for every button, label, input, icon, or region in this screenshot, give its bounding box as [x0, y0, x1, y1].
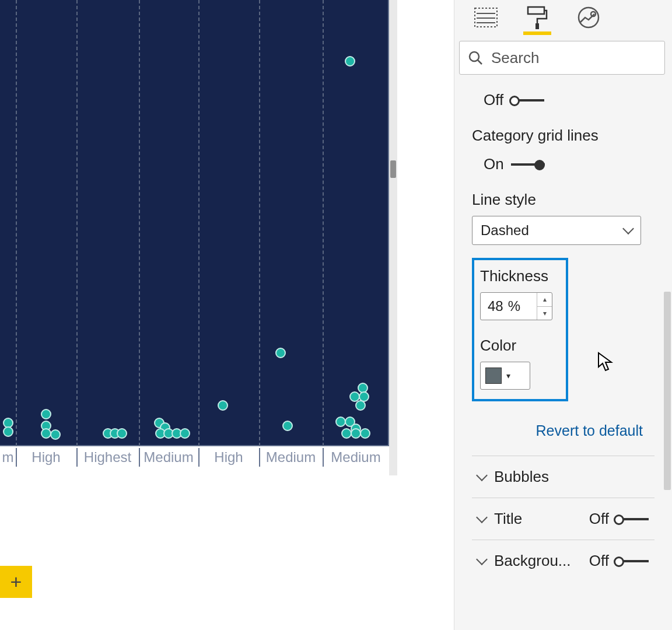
data-point[interactable] — [360, 428, 370, 439]
spinner-down-icon[interactable]: ▾ — [537, 307, 552, 320]
svg-point-6 — [579, 8, 598, 27]
background-toggle-label: Off — [589, 552, 609, 570]
data-point[interactable] — [50, 429, 61, 440]
category-grid-lines-toggle-row: On — [484, 155, 654, 173]
caret-down-icon: ▾ — [506, 371, 510, 380]
thickness-value: 48 — [488, 298, 503, 314]
category-grid-line — [16, 0, 17, 446]
format-tab[interactable] — [523, 7, 551, 35]
x-axis-category-label: High — [16, 449, 76, 466]
previous-section-toggle-row: Off — [484, 91, 654, 109]
axis-tick — [139, 448, 140, 467]
title-toggle[interactable] — [615, 513, 649, 525]
svg-point-8 — [470, 52, 479, 61]
background-accordion-label: Backgrou... — [494, 552, 571, 570]
color-picker[interactable]: ▾ — [480, 362, 530, 390]
pane-tab-strip — [454, 0, 672, 35]
title-accordion-label: Title — [494, 510, 522, 528]
axis-tick — [259, 448, 260, 467]
background-accordion[interactable]: Backgrou... Off — [472, 540, 654, 582]
svg-line-9 — [478, 60, 482, 64]
spinner-up-icon[interactable]: ▴ — [537, 293, 552, 307]
previous-section-toggle[interactable] — [510, 94, 544, 106]
axis-tick — [323, 448, 324, 467]
fields-tab[interactable] — [472, 7, 500, 35]
category-grid-line — [198, 0, 200, 446]
color-swatch-box — [485, 368, 502, 384]
format-pane: Search Off Category grid lines On Line s… — [454, 0, 672, 630]
line-style-label: Line style — [472, 191, 654, 209]
scrollbar-thumb[interactable] — [390, 160, 396, 178]
color-label: Color — [480, 337, 560, 355]
axis-tick — [76, 448, 78, 467]
search-placeholder: Search — [491, 49, 539, 67]
x-axis-category-label: Medium — [259, 449, 323, 466]
chevron-down-icon — [476, 554, 488, 565]
revert-to-default-link[interactable]: Revert to default — [472, 422, 643, 439]
title-toggle-label: Off — [589, 510, 609, 528]
x-axis-line — [0, 445, 389, 446]
analytics-icon — [577, 6, 600, 29]
axis-tick — [16, 448, 17, 467]
toggle-on-label: On — [484, 155, 504, 173]
x-axis-category-label: Medium — [139, 449, 198, 466]
data-point[interactable] — [282, 421, 293, 431]
search-icon — [468, 50, 483, 65]
category-grid-lines-label: Category grid lines — [472, 127, 654, 145]
line-style-value: Dashed — [481, 222, 529, 239]
data-point[interactable] — [275, 348, 286, 358]
category-grid-line — [323, 0, 324, 446]
category-grid-line — [76, 0, 78, 446]
data-point[interactable] — [41, 409, 51, 419]
thickness-label: Thickness — [480, 267, 560, 285]
data-point[interactable] — [218, 400, 228, 411]
x-axis-category-label: Highest — [76, 449, 139, 466]
pane-scrollbar-thumb[interactable] — [664, 292, 671, 490]
paint-roller-icon — [527, 6, 548, 29]
chart-canvas: mHighHighestMediumHighMediumMedium — [0, 0, 414, 481]
toggle-off-label: Off — [484, 91, 503, 109]
search-input[interactable]: Search — [459, 41, 665, 75]
axis-tick — [198, 448, 200, 467]
category-grid-line — [259, 0, 260, 446]
category-grid-line — [139, 0, 140, 446]
thickness-spinner[interactable]: ▴ ▾ — [537, 293, 552, 320]
chart-plot-area[interactable] — [0, 0, 389, 446]
category-grid-lines-toggle[interactable] — [511, 159, 545, 170]
chevron-down-icon — [476, 512, 488, 523]
thickness-unit: % — [508, 298, 520, 314]
x-axis-category-label: Medium — [323, 449, 389, 466]
fields-icon — [474, 8, 498, 27]
chevron-down-icon — [622, 223, 634, 235]
plus-icon: + — [10, 570, 22, 593]
data-point[interactable] — [117, 428, 127, 439]
bubbles-accordion[interactable]: Bubbles — [472, 456, 654, 498]
thickness-input[interactable]: 48 % ▴ ▾ — [480, 292, 552, 320]
title-accordion[interactable]: Title Off — [472, 498, 654, 540]
chart-vertical-scrollbar[interactable] — [389, 0, 397, 475]
line-style-dropdown[interactable]: Dashed — [472, 216, 641, 245]
svg-rect-4 — [528, 7, 544, 14]
data-point[interactable] — [345, 56, 355, 66]
thickness-color-highlight: Thickness 48 % ▴ ▾ Color ▾ — [472, 258, 568, 401]
data-point[interactable] — [355, 400, 366, 411]
data-point[interactable] — [180, 428, 190, 439]
chevron-down-icon — [476, 470, 488, 481]
x-axis-category-label: m — [0, 449, 16, 466]
bubbles-accordion-label: Bubbles — [494, 468, 549, 486]
analytics-tab[interactable] — [575, 7, 603, 35]
x-axis-category-label: High — [198, 449, 259, 466]
x-axis-labels: mHighHighestMediumHighMediumMedium — [0, 449, 389, 473]
data-point[interactable] — [3, 426, 13, 437]
add-page-button[interactable]: + — [0, 566, 32, 598]
background-toggle[interactable] — [615, 555, 649, 567]
svg-rect-5 — [536, 23, 539, 29]
